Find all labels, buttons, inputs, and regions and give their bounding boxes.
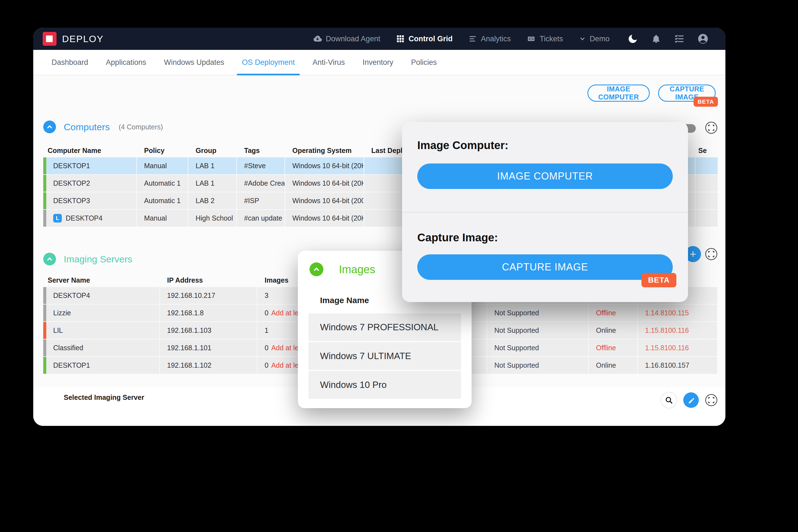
- cell-ip: 192.168.1.103: [160, 322, 257, 339]
- nav-label: Tickets: [539, 35, 563, 43]
- navbar-menu: Download Agent Control Grid Analytics Ti…: [313, 34, 610, 43]
- tab-os-deployment[interactable]: OS Deployment: [242, 50, 295, 75]
- cell-tags: #can update: [237, 210, 285, 227]
- status-bar: [43, 157, 46, 174]
- nav-analytics[interactable]: Analytics: [469, 35, 511, 43]
- cell-version: 1.15.8100.116: [638, 339, 717, 356]
- deploy-logo-inner: [46, 36, 53, 42]
- col-ip-address: IP Address: [160, 276, 257, 284]
- tab-inventory[interactable]: Inventory: [362, 50, 393, 75]
- cell-supported: Not Supported: [487, 305, 588, 321]
- chevron-up-icon: [46, 123, 53, 131]
- expand-footer-icon[interactable]: [705, 394, 718, 406]
- moon-icon[interactable]: [627, 33, 639, 44]
- cell-policy: Manual: [137, 210, 188, 227]
- popup-capture-image-button[interactable]: CAPTURE IMAGE: [417, 254, 673, 280]
- checklist-icon[interactable]: [674, 34, 684, 44]
- collapse-images-button[interactable]: [309, 262, 323, 276]
- col-tags: Tags: [237, 147, 285, 155]
- status-bar: [43, 339, 46, 356]
- list-item[interactable]: Windows 7 ULTIMATE: [308, 342, 461, 370]
- expand-computers-icon[interactable]: [705, 121, 718, 134]
- cloud-download-icon: [313, 34, 322, 43]
- tab-policies[interactable]: Policies: [411, 50, 437, 75]
- cell-group: High School: [188, 210, 236, 227]
- cell-se: [696, 192, 718, 209]
- image-capture-popup: Image Computer: IMAGE COMPUTER Capture I…: [402, 122, 688, 302]
- avatar-icon[interactable]: [697, 33, 709, 44]
- collapse-imaging-servers-button[interactable]: [43, 253, 56, 265]
- col-group: Group: [188, 147, 236, 155]
- cell-tags: #ISP: [237, 192, 285, 209]
- cell-se: [696, 210, 718, 227]
- cell-ip: 192.168.1.101: [160, 339, 257, 356]
- cell-supported: Not Supported: [487, 339, 588, 356]
- col-server-name: Server Name: [43, 276, 159, 284]
- cell-ip: 192.168.10.217: [160, 287, 257, 304]
- navbar-icon-cluster: [627, 33, 709, 44]
- cell-status: Online: [589, 357, 637, 374]
- cell-os: Windows 10 64-bit (20H2): [285, 157, 363, 174]
- cell-server-name: LIL: [43, 322, 159, 339]
- brand: DEPLOY: [43, 32, 103, 46]
- app-window: DEPLOY Download Agent Control Grid Analy…: [33, 28, 725, 426]
- status-bar: [43, 175, 46, 192]
- images-popup-title: Images: [339, 263, 375, 276]
- selected-imaging-server-label: Selected Imaging Server: [64, 394, 144, 401]
- cell-os: Windows 10 64-bit (20H2): [285, 175, 363, 192]
- images-list: Windows 7 PROFESSIONAL Windows 7 ULTIMAT…: [308, 314, 461, 399]
- nav-download-agent[interactable]: Download Agent: [313, 34, 380, 43]
- cell-supported: Not Supported: [487, 322, 588, 339]
- list-item[interactable]: Windows 10 Pro: [308, 371, 461, 399]
- cell-name: LDESKTOP4: [43, 210, 136, 227]
- popup-image-computer-button[interactable]: IMAGE COMPUTER: [417, 164, 673, 189]
- cell-os: Windows 10 64-bit (2004): [285, 192, 363, 209]
- tab-bar: Dashboard Applications Windows Updates O…: [33, 50, 725, 75]
- status-bar: [43, 305, 46, 321]
- edit-button[interactable]: [683, 392, 699, 408]
- nav-tickets[interactable]: Tickets: [527, 34, 563, 43]
- cell-version: 1.16.8100.157: [638, 357, 717, 374]
- status-bar: [43, 192, 46, 209]
- cell-server-name: Lizzie: [43, 305, 159, 321]
- tickets-icon: [527, 34, 536, 43]
- nav-label: Analytics: [481, 35, 511, 43]
- cell-os: Windows 10 64-bit (20H2): [285, 210, 363, 227]
- image-computer-heading: Image Computer:: [417, 139, 509, 152]
- cell-policy: Automatic 1: [137, 175, 188, 192]
- cell-server-name: DESKTOP4: [43, 287, 159, 304]
- cell-name: DESKTOP3: [43, 192, 136, 209]
- cell-status: Online: [589, 322, 637, 339]
- cell-tags: #Adobe Crea...: [237, 175, 285, 192]
- collapse-computers-button[interactable]: [43, 120, 56, 133]
- capture-image-button-wrap: CAPTURE IMAGE BETA: [658, 84, 716, 102]
- images-popup-header: Images: [309, 262, 375, 276]
- search-button[interactable]: [661, 392, 677, 408]
- col-computer-name: Computer Name: [43, 147, 136, 155]
- popup-divider: [402, 212, 688, 212]
- nav-label: Demo: [590, 35, 610, 43]
- cell-ip: 192.168.1.8: [160, 305, 257, 321]
- imaging-servers-title: Imaging Servers: [64, 254, 132, 265]
- nav-label: Download Agent: [326, 35, 380, 43]
- tab-windows-updates[interactable]: Windows Updates: [164, 50, 225, 75]
- tab-applications[interactable]: Applications: [106, 50, 146, 75]
- search-icon: [664, 396, 673, 404]
- chevron-down-icon: [579, 36, 586, 42]
- tab-dashboard[interactable]: Dashboard: [52, 50, 88, 75]
- image-computer-button[interactable]: IMAGE COMPUTER: [587, 84, 650, 102]
- top-navbar: DEPLOY Download Agent Control Grid Analy…: [33, 28, 725, 50]
- computers-count: (4 Computers): [119, 123, 163, 131]
- cell-supported: Not Supported: [487, 357, 588, 374]
- bell-icon[interactable]: [651, 34, 661, 44]
- cell-version: 1.14.8100.115: [638, 305, 717, 321]
- expand-imaging-servers-icon[interactable]: [705, 248, 718, 261]
- nav-control-grid[interactable]: Control Grid: [396, 35, 453, 43]
- cell-group: LAB 1: [188, 175, 236, 192]
- beta-badge: BETA: [694, 97, 718, 107]
- cell-policy: Manual: [137, 157, 188, 174]
- nav-demo-dropdown[interactable]: Demo: [579, 35, 610, 43]
- col-se-partial: Se: [696, 147, 718, 155]
- tab-anti-virus[interactable]: Anti-Virus: [312, 50, 345, 75]
- list-item[interactable]: Windows 7 PROFESSIONAL: [308, 314, 461, 341]
